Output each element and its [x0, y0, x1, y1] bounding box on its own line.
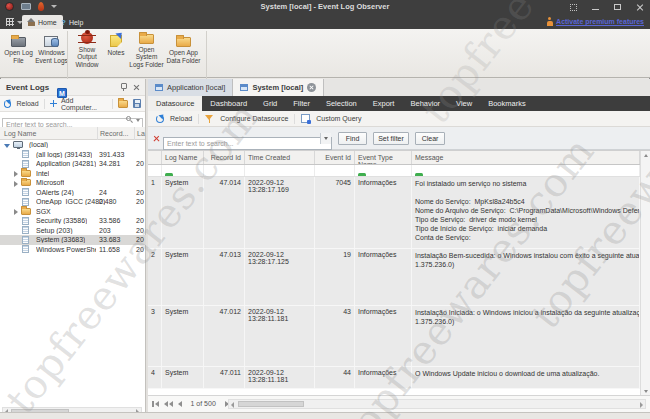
- panel-close-icon[interactable]: [133, 84, 140, 91]
- scrollbar-thumb[interactable]: [238, 401, 304, 407]
- tree-item-system[interactable]: System (33683) 33.683 20: [0, 235, 146, 245]
- windows-event-logs-button[interactable]: Windows Event Logs: [35, 30, 68, 68]
- clear-button[interactable]: Clear: [415, 132, 445, 145]
- open-system-logs-folder-button[interactable]: Open System Logs Folder: [128, 30, 165, 68]
- tree-item-sgx[interactable]: SGX: [0, 207, 146, 217]
- cell-event-type: Informações: [355, 249, 412, 305]
- filter-time-created[interactable]: =: [245, 165, 315, 176]
- grid-row[interactable]: 4 System 47.011 2022-09-12 13:28:11.181 …: [148, 367, 640, 389]
- column-log-name[interactable]: Log Name: [4, 130, 36, 137]
- chevron-down-icon[interactable]: [136, 119, 140, 122]
- grid-vertical-scrollbar[interactable]: [640, 151, 650, 396]
- find-search-input[interactable]: [163, 137, 332, 150]
- text-filter-icon[interactable]: [165, 173, 173, 176]
- tab-close-icon[interactable]: [307, 83, 316, 92]
- filter-event-id[interactable]: =: [315, 165, 355, 176]
- prev-pages-button[interactable]: [164, 401, 173, 407]
- filter-record-id[interactable]: =: [204, 165, 245, 176]
- open-app-data-folder-button[interactable]: Open App Data Folder: [166, 30, 201, 68]
- column-log-name[interactable]: Log Name: [162, 151, 204, 164]
- tree-item-intel[interactable]: Intel: [0, 169, 146, 179]
- find-button[interactable]: Find: [338, 132, 367, 145]
- document-tab-bar: Application [local] System [local]: [148, 79, 650, 96]
- column-event-type-name[interactable]: Event Type Name: [355, 151, 412, 164]
- equals-filter-icon[interactable]: =: [237, 175, 241, 176]
- tab-help[interactable]: ? Help: [55, 15, 89, 29]
- tree-item-setup[interactable]: Setup (203) 203 20: [0, 226, 146, 236]
- sidebar-search: [0, 112, 145, 127]
- cell-record-id: 47.014: [204, 177, 245, 248]
- open-folder-icon[interactable]: [118, 100, 128, 108]
- tree-item-microsoft[interactable]: Microsoft: [0, 178, 146, 188]
- prev-page-button[interactable]: [178, 401, 182, 407]
- log-icon: [22, 150, 29, 158]
- cell-log-name: System: [162, 367, 204, 388]
- pin-icon[interactable]: [121, 83, 126, 91]
- open-log-file-button[interactable]: Open Log File: [2, 30, 35, 68]
- minimize-icon[interactable]: [592, 9, 599, 10]
- doc-tab-application[interactable]: Application [local]: [148, 79, 233, 96]
- scroll-up-icon[interactable]: [644, 154, 648, 157]
- grid-row[interactable]: 3 System 47.012 2022-09-12 13:28:11.181 …: [148, 306, 640, 367]
- premium-link-label: Activate premium features: [556, 18, 644, 25]
- scroll-right-icon[interactable]: [640, 402, 643, 408]
- filter-message[interactable]: [412, 165, 640, 176]
- fullscreen-icon[interactable]: [570, 4, 577, 11]
- set-filter-button[interactable]: Set filter: [373, 132, 409, 145]
- configure-datasource-button[interactable]: Configure Datasource: [220, 115, 288, 122]
- column-records[interactable]: Record...: [97, 127, 128, 140]
- custom-query-icon: [301, 114, 310, 123]
- doc-tab-system[interactable]: System [local]: [233, 79, 324, 96]
- column-message[interactable]: Message: [412, 151, 640, 164]
- filter-event-type[interactable]: [355, 165, 412, 176]
- search-icon[interactable]: [126, 116, 131, 121]
- text-filter-icon[interactable]: [415, 173, 423, 176]
- tree-item-windows-powershell[interactable]: Windows PowerShell (11... 11.658 20: [0, 245, 146, 255]
- close-icon[interactable]: [636, 3, 644, 11]
- column-time-created[interactable]: Time Created: [245, 151, 315, 164]
- menu-selection[interactable]: Selection: [318, 96, 365, 111]
- filter-log-name[interactable]: [162, 165, 204, 176]
- expander-right-icon[interactable]: [14, 171, 18, 177]
- grid-horizontal-scrollbar[interactable]: [228, 399, 646, 409]
- close-find-panel-icon[interactable]: [153, 135, 160, 142]
- menu-filter[interactable]: Filter: [285, 96, 318, 111]
- equals-filter-icon[interactable]: =: [248, 175, 252, 176]
- menu-dashboard[interactable]: Dashboard: [202, 96, 255, 111]
- scroll-left-icon[interactable]: [231, 402, 234, 408]
- menu-bookmarks[interactable]: Bookmarks: [480, 96, 534, 111]
- menu-export[interactable]: Export: [365, 96, 403, 111]
- scroll-down-icon[interactable]: [644, 390, 648, 393]
- activate-premium-link[interactable]: Activate premium features: [546, 17, 644, 26]
- column-last[interactable]: La: [134, 127, 145, 140]
- tree-item-security[interactable]: Security (33586) 33.586 20: [0, 216, 146, 226]
- expander-right-icon[interactable]: [14, 181, 18, 187]
- column-record-id[interactable]: Record Id: [204, 151, 245, 164]
- menu-datasource[interactable]: Datasource: [148, 96, 202, 111]
- save-icon[interactable]: [133, 99, 141, 108]
- reload-button[interactable]: Reload: [16, 100, 38, 107]
- expander-right-icon[interactable]: [14, 209, 18, 215]
- grid-row[interactable]: 1 System 47.014 2022-09-12 13:28:17.169 …: [148, 177, 640, 249]
- text-filter-icon[interactable]: [358, 173, 366, 176]
- notes-button[interactable]: Notes: [104, 30, 128, 68]
- show-output-window-button[interactable]: Show Output Window: [70, 30, 104, 68]
- combo-dropdown-icon[interactable]: [320, 133, 331, 144]
- first-page-button[interactable]: [152, 401, 159, 407]
- reload-button[interactable]: Reload: [170, 115, 192, 122]
- equals-filter-icon[interactable]: =: [347, 175, 351, 176]
- grid-row[interactable]: 2 System 47.013 2022-09-12 13:28:17.125 …: [148, 249, 640, 306]
- tree-item-local[interactable]: (local): [0, 140, 146, 150]
- custom-query-button[interactable]: Custom Query: [316, 115, 361, 122]
- menu-view[interactable]: View: [448, 96, 480, 111]
- application-menu-button[interactable]: [6, 18, 23, 26]
- tree-item-all-logs[interactable]: (all logs) (391433) 391.433: [0, 150, 146, 160]
- tree-item-oalerts[interactable]: OAlerts (24) 24 20: [0, 188, 146, 198]
- menu-grid[interactable]: Grid: [255, 96, 285, 111]
- menu-behavior[interactable]: Behavior: [402, 96, 448, 111]
- expander-down-icon[interactable]: [4, 144, 10, 148]
- add-computer-button[interactable]: Add Computer...: [61, 97, 107, 111]
- column-event-id[interactable]: Event Id: [315, 151, 355, 164]
- maximize-icon[interactable]: [614, 4, 621, 10]
- cell-log-name: System: [162, 306, 204, 366]
